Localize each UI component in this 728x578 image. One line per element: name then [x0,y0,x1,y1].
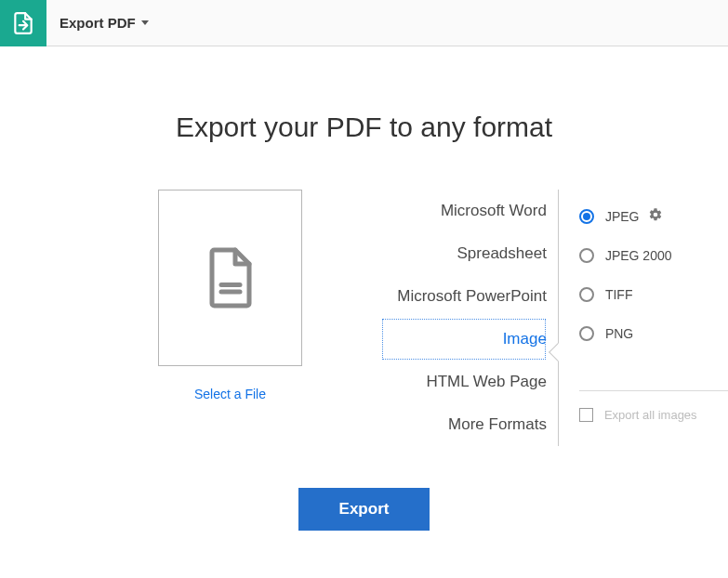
format-powerpoint[interactable]: Microsoft PowerPoint [381,275,547,318]
radio-tiff[interactable]: TIFF [579,275,728,314]
radio-label: PNG [605,326,633,341]
main-panel: Export your PDF to any format Select a F… [0,46,728,531]
radio-label: JPEG [605,209,640,224]
format-word[interactable]: Microsoft Word [381,190,547,232]
radio-label: TIFF [605,287,633,302]
format-image[interactable]: Image [381,318,547,361]
tool-title-dropdown[interactable]: Export PDF [46,15,162,31]
radio-jpeg2000[interactable]: JPEG 2000 [579,236,728,275]
tool-title-label: Export PDF [60,15,136,31]
document-icon [203,245,258,310]
export-button-wrap: Export [0,488,728,531]
radio-icon [579,326,594,341]
select-file-link[interactable]: Select a File [194,387,266,401]
selection-notch [549,343,567,361]
format-spreadsheet[interactable]: Spreadsheet [381,232,547,275]
format-list: Microsoft Word Spreadsheet Microsoft Pow… [381,190,547,446]
gear-icon[interactable] [648,207,663,226]
format-html[interactable]: HTML Web Page [381,361,547,403]
export-pdf-icon [0,0,46,46]
toolbar: Export PDF [0,0,728,46]
export-all-images-row[interactable]: Export all images [579,408,728,422]
export-button[interactable]: Export [298,488,430,531]
page-heading: Export your PDF to any format [0,112,728,143]
checkbox-label: Export all images [604,408,697,422]
file-column: Select a File [158,190,302,446]
radio-icon [579,287,594,302]
radio-png[interactable]: PNG [579,314,728,353]
image-format-options: JPEG JPEG 2000 TIFF PNG Export all image [558,190,728,446]
radio-jpeg[interactable]: JPEG [579,197,728,236]
radio-label: JPEG 2000 [605,248,672,263]
format-more[interactable]: More Formats [381,403,547,446]
radio-icon [579,209,594,224]
file-dropzone[interactable] [158,190,302,366]
content-row: Select a File Microsoft Word Spreadsheet… [0,190,728,446]
caret-down-icon [141,20,149,25]
divider [579,390,728,391]
checkbox-icon[interactable] [579,408,593,422]
radio-icon [579,248,594,263]
